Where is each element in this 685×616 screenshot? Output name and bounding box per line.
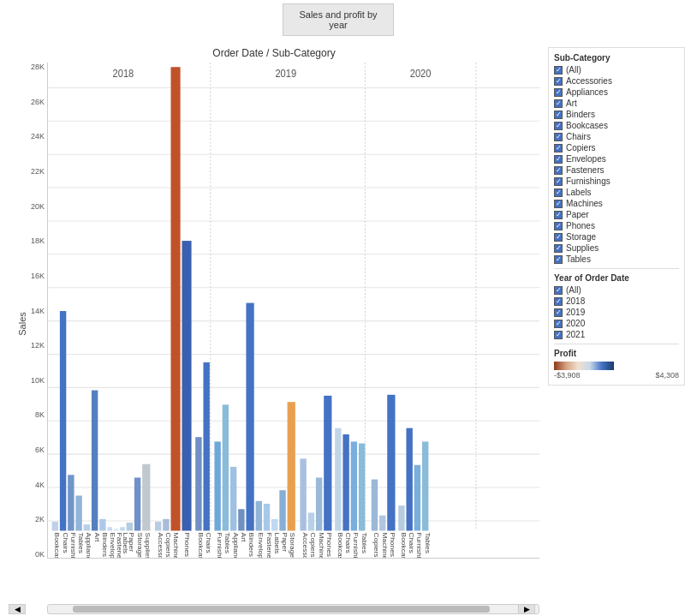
legend-checkbox[interactable]: ✓ — [554, 88, 563, 97]
year-filter-item-2018[interactable]: ✓2018 — [554, 296, 679, 306]
bar — [214, 441, 220, 530]
svg-text:Art: Art — [93, 533, 100, 543]
legend-item-bookcases[interactable]: ✓Bookcases — [554, 121, 679, 130]
legend-checkbox[interactable]: ✓ — [554, 155, 563, 164]
year-filter-item-2019[interactable]: ✓2019 — [554, 308, 679, 317]
bar — [372, 480, 378, 531]
legend-checkbox[interactable]: ✓ — [554, 99, 563, 108]
svg-text:Bookcases: Bookcases — [53, 533, 60, 558]
svg-text:Tables: Tables — [77, 533, 84, 553]
legend-checkbox[interactable]: ✓ — [554, 255, 563, 264]
year-filter-item-(all)[interactable]: ✓(All) — [554, 285, 679, 295]
legend-item-binders[interactable]: ✓Binders — [554, 110, 679, 119]
legend-checkbox[interactable]: ✓ — [554, 166, 563, 175]
legend-checkbox[interactable]: ✓ — [554, 244, 563, 253]
year-checkbox[interactable]: ✓ — [554, 297, 563, 306]
legend-label: Tables — [566, 254, 591, 264]
bar — [300, 458, 306, 530]
horizontal-scrollbar[interactable] — [47, 604, 539, 614]
legend-item-storage[interactable]: ✓Storage — [554, 232, 679, 242]
legend-item-tables[interactable]: ✓Tables — [554, 254, 679, 264]
bar — [60, 311, 66, 530]
legend-item-art[interactable]: ✓Art — [554, 99, 679, 108]
svg-text:Bookcases: Bookcases — [337, 533, 343, 558]
legend-item-labels[interactable]: ✓Labels — [554, 188, 679, 197]
year-checkbox[interactable]: ✓ — [554, 320, 563, 328]
scroll-left-button[interactable]: ◀ — [9, 604, 26, 614]
legend-item-paper[interactable]: ✓Paper — [554, 210, 679, 219]
legend-label: Appliances — [566, 87, 608, 97]
bar — [422, 441, 428, 530]
legend-label: Phones — [566, 221, 595, 230]
y-tick: 8K — [35, 410, 45, 419]
bar — [335, 428, 341, 531]
profit-labels: -$3,908 $4,308 — [554, 371, 679, 380]
legend-item-appliances[interactable]: ✓Appliances — [554, 87, 679, 97]
year-filter-item-2020[interactable]: ✓2020 — [554, 319, 679, 328]
bar — [308, 512, 314, 530]
legend-checkbox[interactable]: ✓ — [554, 188, 563, 197]
y-tick: 16K — [31, 272, 45, 280]
legend-checkbox[interactable]: ✓ — [554, 233, 563, 242]
legend-item-machines[interactable]: ✓Machines — [554, 199, 679, 208]
legend-item-furnishings[interactable]: ✓Furnishings — [554, 176, 679, 186]
legend-label: Labels — [566, 188, 591, 197]
sub-category-legend-list: ✓(All)✓Accessories✓Appliances✓Art✓Binder… — [554, 65, 679, 264]
svg-text:Labels: Labels — [273, 533, 280, 554]
legend-checkbox[interactable]: ✓ — [554, 122, 563, 130]
legend-item--all-[interactable]: ✓(All) — [554, 65, 679, 75]
y-tick: 18K — [31, 236, 45, 245]
legend-checkbox[interactable]: ✓ — [554, 133, 563, 141]
chart-svg: 2018 2019 2020 Bookcases Chairs Furnishi… — [48, 63, 539, 558]
legend-checkbox[interactable]: ✓ — [554, 144, 563, 153]
legend-item-copiers[interactable]: ✓Copiers — [554, 143, 679, 153]
bar — [246, 303, 253, 531]
svg-text:Furnishings: Furnishings — [416, 533, 423, 558]
svg-text:Tables: Tables — [224, 533, 231, 553]
legend-checkbox[interactable]: ✓ — [554, 211, 563, 219]
svg-text:Storage: Storage — [289, 533, 295, 558]
legend-item-accessories[interactable]: ✓Accessories — [554, 76, 679, 86]
chart-title: Order Date / Sub-Category — [9, 47, 539, 59]
bar — [155, 522, 161, 531]
svg-text:Accessories: Accessories — [157, 533, 164, 558]
legend-checkbox[interactable]: ✓ — [554, 111, 563, 119]
year-checkbox[interactable]: ✓ — [554, 331, 563, 339]
legend-checkbox[interactable]: ✓ — [554, 177, 563, 186]
legend-item-phones[interactable]: ✓Phones — [554, 221, 679, 230]
legend-checkbox[interactable]: ✓ — [554, 77, 563, 86]
svg-text:Appliances: Appliances — [232, 533, 239, 558]
svg-text:Tables: Tables — [424, 533, 431, 553]
y-tick: 0K — [35, 550, 45, 559]
legend-item-chairs[interactable]: ✓Chairs — [554, 132, 679, 141]
year-checkbox[interactable]: ✓ — [554, 286, 563, 295]
svg-text:Paper: Paper — [128, 533, 134, 553]
svg-text:2018: 2018 — [113, 67, 134, 80]
svg-text:Phones: Phones — [183, 533, 190, 558]
legend-checkbox[interactable]: ✓ — [554, 222, 563, 230]
bar — [379, 516, 385, 531]
scrollbar-thumb[interactable] — [73, 606, 490, 613]
y-axis-ticks: 0K 2K 4K 6K 8K 10K 12K 14K 16K 18K 20K 2… — [17, 63, 47, 559]
bar — [359, 444, 365, 531]
legend-checkbox[interactable]: ✓ — [554, 200, 563, 208]
legend-item-supplies[interactable]: ✓Supplies — [554, 243, 679, 253]
profit-min: -$3,908 — [554, 371, 581, 380]
year-filter-item-2021[interactable]: ✓2021 — [554, 330, 679, 339]
y-tick: 2K — [35, 515, 45, 523]
svg-text:Accessories: Accessories — [301, 533, 308, 558]
legend-label: Bookcases — [566, 121, 608, 130]
main-container: Sales and profit by year Order Date / Su… — [0, 0, 685, 616]
legend-label: Art — [566, 99, 577, 108]
profit-scale: -$3,908 $4,308 — [554, 362, 679, 380]
bar — [75, 495, 81, 530]
scroll-right-button[interactable]: ▶ — [518, 604, 535, 614]
legend-item-envelopes[interactable]: ✓Envelopes — [554, 154, 679, 164]
plot-area: 2018 2019 2020 Bookcases Chairs Furnishi… — [47, 63, 539, 559]
svg-text:Chairs: Chairs — [344, 533, 351, 553]
legend-checkbox[interactable]: ✓ — [554, 66, 563, 75]
legend-label: Supplies — [566, 243, 599, 253]
legend-item-fasteners[interactable]: ✓Fasteners — [554, 165, 679, 175]
bar — [223, 404, 229, 530]
year-checkbox[interactable]: ✓ — [554, 308, 563, 317]
